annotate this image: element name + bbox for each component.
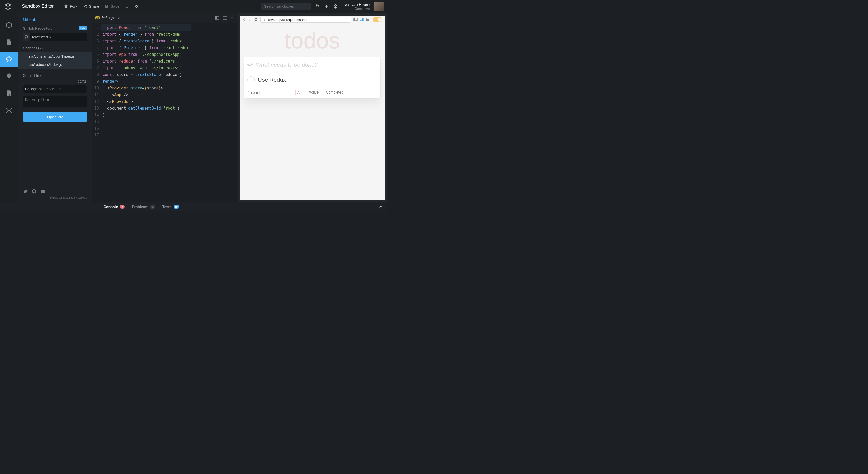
svg-point-15 — [232, 18, 233, 18]
discord-icon[interactable] — [40, 189, 45, 194]
sidebar-title: GitHub — [18, 13, 92, 25]
svg-point-1 — [66, 5, 67, 6]
changed-file[interactable]: src/reducers/index.js — [18, 60, 92, 69]
search-box[interactable] — [261, 3, 311, 10]
svg-point-2 — [66, 7, 67, 8]
tab-tests[interactable]: Tests 10 — [162, 205, 179, 209]
open-pr-button[interactable]: Open PR — [23, 112, 87, 122]
char-counter: 20/72 — [18, 79, 92, 84]
file-modified-icon — [23, 63, 26, 66]
todo-title: todos — [240, 24, 385, 54]
todo-item[interactable]: Use Redux — [244, 72, 380, 87]
user-subtitle: Compulves — [343, 7, 371, 10]
todo-checkbox[interactable] — [247, 76, 255, 84]
repo-input-wrap[interactable] — [23, 33, 87, 41]
save-icon — [105, 4, 109, 8]
fork-button[interactable]: Fork — [64, 4, 78, 8]
github-icon[interactable] — [32, 189, 37, 194]
tab-problems[interactable]: Problems 0 — [132, 205, 155, 209]
highlight-toggle[interactable] — [373, 17, 382, 22]
preview-toolbar: https://r7oqk3wx8q.codesandl — [240, 16, 385, 24]
search-input[interactable] — [264, 4, 309, 8]
refresh-icon[interactable] — [254, 18, 258, 22]
broadcast-icon — [6, 107, 12, 114]
activity-github[interactable] — [0, 52, 18, 67]
svg-rect-22 — [366, 19, 369, 21]
svg-rect-18 — [354, 18, 355, 21]
download-button[interactable] — [125, 4, 129, 8]
device-stack-icon[interactable] — [366, 18, 370, 22]
like-button[interactable] — [134, 4, 138, 8]
device-desktop-icon[interactable] — [353, 18, 358, 22]
svg-point-14 — [231, 18, 232, 18]
filter-completed[interactable]: Completed — [324, 90, 345, 95]
activity-live[interactable] — [0, 103, 18, 118]
share-icon — [83, 4, 87, 8]
build-id: PROD-1540023398-4e289bd — [23, 196, 87, 199]
sidebar-footer: PROD-1540023398-4e289bd — [18, 186, 92, 202]
sidebar: GitHub GitHub Repository beta Changes (2… — [18, 13, 92, 202]
github-icon — [6, 56, 12, 63]
device-split-icon[interactable] — [360, 18, 364, 22]
svg-point-0 — [65, 5, 66, 6]
problems-badge: 0 — [150, 205, 155, 209]
cube-icon — [6, 22, 12, 28]
items-left: 1 item left — [248, 90, 264, 95]
svg-point-4 — [86, 5, 87, 6]
topbar: Sandbox Editor Fork Share Save Ives v — [0, 0, 388, 13]
line-gutter: 1234567891011121314151617 — [92, 23, 101, 202]
changed-file[interactable]: src/constants/ActionTypes.js — [18, 52, 92, 60]
svg-point-8 — [9, 94, 11, 96]
bottom-panel: Console 2 Problems 0 Tests 10 — [0, 202, 388, 211]
activity-explore[interactable] — [0, 18, 18, 33]
avatar[interactable] — [374, 2, 384, 11]
chevron-down-icon[interactable]: ❯ — [247, 59, 253, 70]
svg-point-16 — [234, 18, 235, 18]
commit-info-header: Commit Info — [18, 69, 92, 79]
chevron-up-icon[interactable] — [379, 205, 383, 209]
repo-input[interactable] — [30, 35, 87, 39]
activity-files[interactable] — [0, 35, 18, 50]
activity-config[interactable] — [0, 86, 18, 101]
more-icon[interactable] — [231, 16, 235, 20]
cube-logo-icon — [4, 3, 11, 10]
todo-new[interactable]: ❯ What needs to be done? — [244, 57, 380, 72]
tests-badge: 10 — [174, 205, 179, 209]
filter-active[interactable]: Active — [307, 90, 320, 95]
file-icon — [6, 39, 12, 46]
preview-body[interactable]: todos ❯ What needs to be done? Use Redux… — [240, 24, 385, 200]
layout-single-icon[interactable] — [215, 16, 219, 20]
share-button[interactable]: Share — [83, 4, 99, 8]
url-input[interactable]: https://r7oqk3wx8q.codesandl — [260, 17, 351, 23]
toolbar-right — [315, 4, 338, 8]
gear-icon[interactable] — [315, 4, 319, 8]
user-menu[interactable]: Ives van Hoorne Compulves — [343, 2, 384, 11]
repo-label: GitHub Repository — [23, 26, 52, 30]
fork-icon — [64, 4, 68, 8]
logo[interactable] — [4, 2, 12, 11]
commit-description-input[interactable] — [23, 96, 87, 107]
preview-pane: https://r7oqk3wx8q.codesandl todos ❯ Wha… — [239, 13, 388, 202]
js-badge: JS — [95, 16, 100, 19]
activity-deploy[interactable] — [0, 69, 18, 84]
user-name: Ives van Hoorne — [343, 2, 371, 7]
changes-header: Changes (2) — [18, 42, 92, 52]
plus-icon[interactable] — [324, 4, 329, 8]
close-icon[interactable]: ✕ — [118, 16, 121, 20]
tab-index-js[interactable]: JS index.js ✕ — [92, 13, 124, 23]
commit-message-input[interactable] — [23, 85, 87, 93]
code-lines[interactable]: import React from 'react'import { render… — [101, 23, 191, 202]
save-button[interactable]: Save — [105, 4, 119, 8]
todo-footer: 1 item left All Active Completed — [244, 87, 380, 98]
layout-split-icon[interactable] — [223, 16, 227, 20]
twitter-icon[interactable] — [23, 189, 28, 194]
code-area[interactable]: 1234567891011121314151617 import React f… — [92, 23, 239, 202]
svg-rect-20 — [362, 18, 364, 21]
nav-forward-icon[interactable] — [247, 18, 251, 22]
console-badge: 2 — [120, 205, 125, 209]
filter-all[interactable]: All — [295, 90, 304, 95]
tab-console[interactable]: Console 2 — [103, 205, 125, 209]
cube-icon[interactable] — [333, 4, 338, 8]
nav-back-icon[interactable] — [242, 18, 246, 22]
app-title: Sandbox Editor — [22, 4, 54, 9]
